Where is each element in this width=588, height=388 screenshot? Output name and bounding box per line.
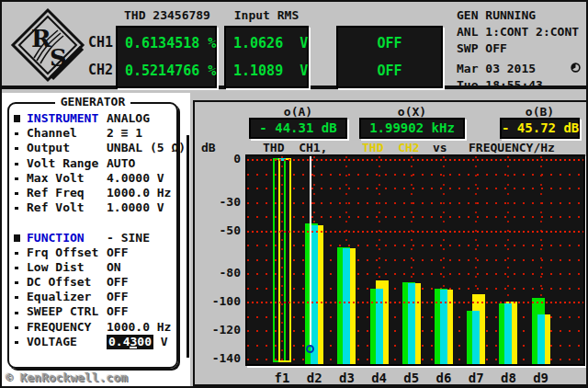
rms-display-title: Input RMS [224,8,309,22]
bar-overlap [472,311,480,364]
generator-row[interactable]: FUNCTION- SINE [14,231,181,245]
status-area: GEN RUNNING ANL 1:CONT 2:CONT SWP OFF Ma… [457,7,587,94]
thd-ch1-value: 0.6134518 % [118,29,215,57]
y-tick-label: -50 [198,224,241,237]
row-label: Channel [27,126,107,141]
grid-line-major [247,302,583,303]
bar-overlap [537,314,545,364]
bar-overlap [408,283,415,364]
grid-line-minor [247,216,583,218]
readout-b-value: - 45.72 dB [500,118,580,139]
aux-display: OFF OFF [336,26,443,88]
panel-scrollbar[interactable] [187,135,189,358]
row-label: FREQUENCY [27,320,107,335]
cursor-line[interactable] [310,156,311,346]
generator-row[interactable]: Max Volt4.0000 V [14,171,181,186]
y-tick-label: -80 [198,267,241,280]
x-tick-label: d2 [296,371,333,385]
row-value: AUTO [107,156,135,171]
row-label: Frq Offset [27,245,107,260]
row-value[interactable]: 0.4300 V [107,335,168,349]
rms-display: 1.0626 V 1.1089 V [224,26,309,88]
row-value: 1000.0 Hz [107,320,171,335]
aux-value-1: OFF [338,29,441,57]
x-tick-label: d5 [393,371,430,385]
plot-area[interactable] [245,154,585,366]
ch2-label: CH2 [88,62,113,78]
generator-row[interactable]: VOLTAGE0.4300 V [14,335,181,349]
thd-display-title: THD 23456789 [116,8,219,22]
x-tick-label: d6 [425,371,462,385]
row-label: Volt Range [27,156,107,171]
row-label: FUNCTION [27,231,107,245]
generator-row[interactable]: Volt RangeAUTO [14,156,181,171]
generator-row[interactable]: OutputUNBAL (5 Ω) [14,141,181,155]
y-tick-label: -120 [198,324,241,337]
thd-ch2-value: 0.5214766 % [118,57,215,85]
row-value: 4.0000 V [107,171,164,186]
generator-row[interactable]: Channel2 ≡ 1 [14,126,181,141]
generator-rows: INSTRUMENTANALOGChannel2 ≡ 1OutputUNBAL … [14,111,181,349]
bar-ch2-clipped [278,158,291,362]
row-value: OFF [107,245,128,260]
readout-x-value: 1.99902 kHz [359,118,465,139]
edit-caret [130,347,137,348]
bar-overlap [343,248,350,364]
row-label: Equalizer [27,290,107,304]
row-value: 1000.0 Hz [107,186,171,200]
generator-title: GENERATOR [7,95,178,108]
generator-row[interactable]: Ref Volt1.0000 V [14,200,181,215]
row-label: Output [27,141,107,155]
grid-line-minor [247,202,583,204]
x-tick-label: f1 [264,371,300,385]
row-value: 2 ≡ 1 [107,126,142,141]
voltage-edit-field[interactable]: 0.4300 [107,335,153,349]
legend-series2: THD CH2 [362,141,420,154]
generator-row[interactable]: FREQUENCY1000.0 Hz [14,320,181,335]
grid-line-major [247,159,583,161]
ch1-label: CH1 [88,34,113,51]
x-axis-label: FREQUENCY/Hz [469,141,555,154]
header-bar: R S CH1 CH2 THD 23456789 0.6134518 % 0.5… [2,2,586,89]
row-value: OFF [107,290,128,304]
readout-a-value: - 44.31 dB [249,118,347,139]
bar-overlap [376,289,383,364]
generator-row[interactable]: EqualizerOFF [14,290,181,304]
grid-line-minor [247,273,583,275]
row-value: 1.0000 V [107,200,164,215]
y-tick-label: -30 [198,196,241,209]
generator-row[interactable]: SWEEP CTRLOFF [14,304,181,319]
row-label: INSTRUMENT [27,111,107,126]
row-label: VOLTAGE [27,335,107,349]
generator-row[interactable]: DC OffsetOFF [14,275,181,290]
generator-row[interactable]: INSTRUMENTANALOG [14,111,181,126]
rms-ch2-value: 1.1089 V [226,57,307,85]
readout-a-label: o(A) [249,105,347,118]
row-label: Ref Freq [27,186,107,200]
x-tick-label: d8 [490,371,526,385]
legend-series1: THD CH1, [263,141,327,154]
row-label: SWEEP CTRL [27,304,107,319]
row-value: OFF [107,275,128,290]
row-value: ANALOG [107,111,150,126]
grid-line-major [247,231,583,233]
row-value: ON [107,260,121,275]
x-tick-label: d4 [361,371,398,385]
grid-line-minor [247,188,583,189]
bar-overlap [504,303,512,364]
row-label: Max Volt [27,171,107,186]
row-value: - SINE [107,231,150,245]
grid-line-minor [247,245,583,246]
generator-row[interactable]: Frq OffsetOFF [14,245,181,260]
row-label: Low Dist [27,260,107,275]
x-tick-label: d9 [523,371,560,385]
generator-row[interactable]: Low DistON [14,260,181,275]
svg-text:S: S [50,44,67,72]
grid-line-minor [247,259,583,261]
generator-spacer [14,215,181,230]
rs-diamond-icon: R S [9,6,86,85]
svg-text:R: R [31,25,51,52]
generator-row[interactable]: Ref Freq1000.0 Hz [14,186,181,200]
legend-vs: vs [433,141,447,154]
bar-overlap [311,225,318,364]
